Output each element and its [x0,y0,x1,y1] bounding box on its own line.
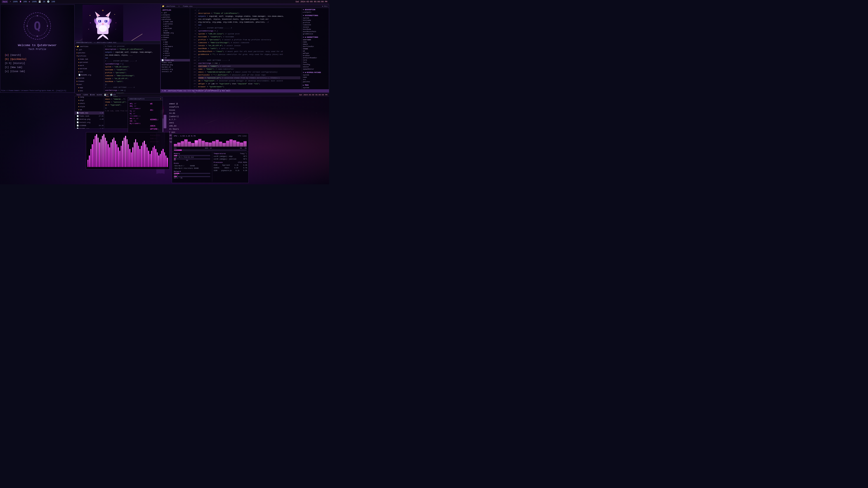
tree-personal[interactable]: ▶ personal [161,23,190,25]
tree-patches[interactable]: ▶ patches [161,16,190,18]
qute-menu-closetab[interactable]: [x] [Close tab] [5,70,70,74]
tree-item-dotfiles[interactable]: ▼ 📁 .dotfiles [75,45,104,48]
tree-profiles[interactable]: ▼ profiles [161,18,190,21]
tree-install-org[interactable]: install.org [161,68,190,70]
sidebar-usr-theme[interactable]: theme [303,48,328,50]
sidebar-sys-bootmode[interactable]: bootMode [303,28,328,31]
tree-themes[interactable]: ▶ themes [161,36,190,39]
sidebar-sys-locale[interactable]: locale [303,26,328,28]
tree-item-user[interactable]: ▼user [75,83,104,86]
qute-menu-quickmarks[interactable]: [b] [Quickmarks] [5,57,70,61]
tree-item-git[interactable]: ▶.git [75,48,104,51]
tree-readme-p[interactable]: README.org [161,32,190,34]
sidebar-sys-grub[interactable]: grubDevice [303,33,328,35]
tree-flakelock[interactable]: flake.lock [161,61,190,64]
tree-git[interactable]: ▶ .git [161,11,190,14]
sidebar-section-nixpkgs: ▼ ■ nixpkgs-patched system name src patc… [303,72,328,83]
sidebar-usr-dotfilesdir[interactable]: dotfilesDir [303,45,328,48]
sidebar-usr-term[interactable]: term [303,59,328,61]
qute-menu-history[interactable]: [S h] [History] [5,61,70,66]
tree-item-license[interactable]: 📄LICENSE 34.2K [75,124,104,127]
proc-cpu-hyprland: 0.35 [235,164,239,166]
sidebar-usr-font[interactable]: font [303,61,328,64]
sidebar-pkgs-system[interactable]: system [303,87,328,89]
sidebar-sys-system[interactable]: system [303,17,328,19]
sidebar-nix-system[interactable]: system [303,74,328,76]
tree-item-app[interactable]: ▶app [75,86,104,89]
disk-item-2: /dev/dm-0 /nix/store 304GB [174,167,210,170]
tree-desktop-png[interactable]: desktop.png [161,64,190,66]
tree-item-wsl[interactable]: ▶wsl [75,70,104,73]
tree-item-shell[interactable]: ▶shell [75,102,104,105]
sidebar-usr-username[interactable]: username [303,39,328,41]
audio-bar-17 [111,142,112,167]
svg-text:✦: ✦ [114,13,115,15]
sidebar-nix-name[interactable]: name [303,76,328,78]
cpu-bar [240,142,243,147]
tree-item-profiles[interactable]: ▼profiles [75,55,104,58]
tree-outputs[interactable]: ▶ outputs [161,14,190,16]
tree-item-themes[interactable]: ▶themes [75,80,104,83]
tree-harden-sh[interactable]: harden.sh [161,66,190,68]
mem-progress-fill [174,155,177,156]
audio-bar-23 [119,151,120,167]
sidebar-sys-timezone[interactable]: timezone [303,24,328,26]
tree-item-wm[interactable]: ▶wm [75,108,104,111]
tree-item-system[interactable]: ▶system [75,76,104,80]
tree-item-flakelock[interactable]: 📄flake.lock 27.5K [75,115,104,118]
tree-homelab[interactable]: ▶ home.lab [161,21,190,23]
tree-item-pkgs[interactable]: ▶pkgs [75,99,104,102]
sidebar-usr-editor[interactable]: editor [303,66,328,68]
svg-point-6 [44,19,45,19]
audio-bar-37 [140,149,141,167]
tree-item-personal[interactable]: ▶personal [75,61,104,64]
tree-item-homelab[interactable]: ▶home.lab [75,58,104,61]
tree-work[interactable]: ▶ work [161,25,190,27]
tree-item-flakenix[interactable]: 📄flake.nix 4.6K [75,111,104,115]
tree-hardware[interactable]: ▶ hardware [161,45,190,48]
sidebar-outputs[interactable]: ▶ outputs [303,11,328,13]
sidebar-usr-fontpkg[interactable]: fontPkg [303,64,328,66]
tree-item-readme-profiles[interactable]: 📄README.org [75,73,104,76]
qute-menu-search[interactable]: [o] [Search] [5,53,70,57]
distro-close[interactable]: ✕ [160,98,161,100]
tree-lang[interactable]: ▶ lang [161,48,190,50]
cpu-bar [219,142,222,147]
sidebar-usr-browser[interactable]: browser [303,55,328,57]
tree-user[interactable]: ▼ user [161,39,190,41]
tree-item-worklab[interactable]: ▶worklab [75,67,104,70]
tree-item-desktop[interactable]: 📄desktop.png 2.0M [75,118,104,121]
tree-system[interactable]: ▶ system [161,34,190,36]
sidebar-sys-bootmount[interactable]: bootMountPath [303,31,328,33]
tree-item-work[interactable]: ▶work [75,64,104,67]
ram-icon: 💾 [38,0,41,3]
sidebar-nix-src[interactable]: src [303,78,328,80]
tree-shell[interactable]: ▶ shell [161,52,190,55]
tree-item-env[interactable]: ▶env [75,89,104,92]
sidebar-usr-name[interactable]: name [303,41,328,43]
tree-wsl[interactable]: ▶ wsl [161,30,190,32]
tree-install-sh[interactable]: install.sh [161,70,190,73]
tree-env[interactable]: ▶ env [161,43,190,45]
tree-pkgs-user[interactable]: ▶ pkgs [161,50,190,52]
sidebar-sys-profile[interactable]: profile [303,22,328,24]
sidebar-usr-spawned[interactable]: spawnEditor [303,68,328,70]
tree-flakenix[interactable]: 📄 flake.nix [161,59,190,61]
sidebar-usr-wm[interactable]: wm [303,50,328,52]
sidebar-usr-wmtype[interactable]: wmType [303,52,328,55]
sidebar-sys-hostname[interactable]: hostname [303,19,328,22]
sidebar-nix-patches[interactable]: patches [303,80,328,83]
tree-wm[interactable]: ▶ wm [161,57,190,59]
tree-worklab[interactable]: ▶ worklab [161,27,190,30]
tree-app[interactable]: ▶ app [161,41,190,43]
tree-item-style[interactable]: ▶style [75,105,104,108]
tree-item-patches[interactable]: ▶patches [75,51,104,55]
tree-item-install-org[interactable]: 📄install.org [75,121,104,124]
tree-style[interactable]: ▶ style [161,55,190,57]
qute-menu-newtab[interactable]: [t] [New tab] [5,66,70,70]
sidebar-usr-email[interactable]: email [303,43,328,45]
tree-item-readme[interactable]: 📄README.org 4.7K [75,127,104,129]
sidebar-usr-roamdir[interactable]: defaultRoamDir [303,57,328,59]
audio-bar-43 [148,151,149,167]
audio-bar-47 [154,146,155,167]
